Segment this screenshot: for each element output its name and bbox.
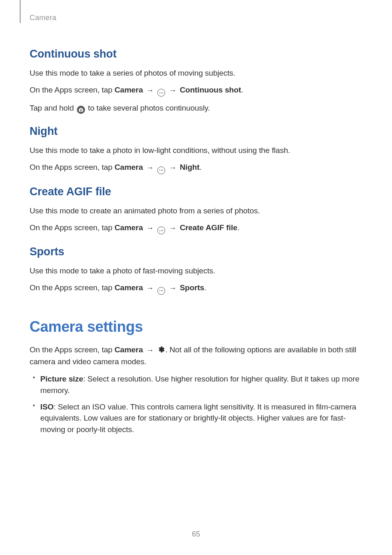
desc: : Select a resolution. Use higher resolu… — [40, 375, 360, 395]
text: On the Apps screen, tap — [30, 223, 115, 232]
text: On the Apps screen, tap — [30, 283, 115, 292]
arrow-icon: → — [169, 163, 176, 173]
text: . — [204, 283, 206, 292]
text: . — [238, 223, 240, 232]
body-text: On the Apps screen, tap Camera → → Night… — [30, 162, 367, 174]
list-item: ISO: Select an ISO value. This controls … — [40, 401, 367, 435]
text: On the Apps screen, tap — [30, 345, 115, 354]
bold-target: Continuous shot — [180, 86, 241, 94]
section-night: Night Use this mode to take a photo in l… — [30, 125, 367, 174]
heading-camera-settings: Camera settings — [30, 318, 367, 335]
text: Tap and hold — [30, 104, 76, 112]
header-rule — [20, 0, 21, 23]
section-agif: Create AGIF file Use this mode to create… — [30, 185, 367, 235]
body-text: Use this mode to create an animated phot… — [30, 206, 367, 217]
bold-target: Sports — [180, 283, 204, 292]
body-text: On the Apps screen, tap Camera → → Sport… — [30, 282, 367, 295]
body-text: Use this mode to take a photo in low-lig… — [30, 145, 367, 156]
svg-rect-1 — [80, 108, 82, 109]
arrow-icon: → — [146, 283, 154, 294]
body-text: Use this mode to take a photo of fast-mo… — [30, 266, 367, 277]
settings-list: Picture size: Select a resolution. Use h… — [30, 373, 367, 435]
gear-icon — [157, 345, 165, 356]
text: . — [241, 86, 243, 94]
body-text: Use this mode to take a series of photos… — [30, 68, 367, 79]
term: ISO — [40, 402, 53, 411]
arrow-icon: → — [146, 223, 154, 234]
term: Picture size — [40, 375, 83, 383]
bold-camera: Camera — [115, 283, 143, 292]
body-text: Tap and hold to take several photos cont… — [30, 103, 367, 114]
arrow-icon: → — [146, 86, 154, 96]
more-options-icon — [157, 227, 165, 234]
list-item: Picture size: Select a resolution. Use h… — [40, 373, 367, 396]
bold-target: Create AGIF file — [180, 223, 237, 232]
section-sports: Sports Use this mode to take a photo of … — [30, 245, 367, 295]
arrow-icon: → — [169, 86, 176, 96]
breadcrumb: Camera — [30, 14, 56, 22]
more-options-icon — [157, 89, 165, 97]
heading-continuous-shot: Continuous shot — [30, 48, 367, 60]
page-content: Continuous shot Use this mode to take a … — [30, 39, 367, 440]
heading-sports: Sports — [30, 245, 367, 258]
heading-night: Night — [30, 125, 367, 138]
bold-camera: Camera — [115, 86, 143, 94]
arrow-icon: → — [169, 283, 176, 294]
camera-shutter-icon — [77, 106, 85, 114]
arrow-icon: → — [146, 163, 154, 173]
text: On the Apps screen, tap — [30, 86, 115, 94]
arrow-icon: → — [146, 345, 154, 356]
body-text: On the Apps screen, tap Camera → → Conti… — [30, 85, 367, 97]
text: to take several photos continuously. — [86, 104, 210, 112]
desc: : Select an ISO value. This controls cam… — [40, 402, 356, 434]
bold-camera: Camera — [115, 345, 143, 354]
arrow-icon: → — [169, 223, 176, 234]
bold-camera: Camera — [115, 223, 143, 232]
heading-agif: Create AGIF file — [30, 185, 367, 198]
body-text: On the Apps screen, tap Camera → . Not a… — [30, 345, 367, 368]
bold-target: Night — [180, 163, 199, 171]
bold-camera: Camera — [115, 163, 143, 171]
more-options-icon — [157, 287, 165, 295]
text: On the Apps screen, tap — [30, 163, 115, 171]
section-continuous-shot: Continuous shot Use this mode to take a … — [30, 48, 367, 114]
page-number: 65 — [0, 530, 392, 539]
text: . — [199, 163, 201, 171]
svg-point-2 — [80, 109, 82, 111]
more-options-icon — [157, 166, 165, 174]
body-text: On the Apps screen, tap Camera → → Creat… — [30, 222, 367, 235]
